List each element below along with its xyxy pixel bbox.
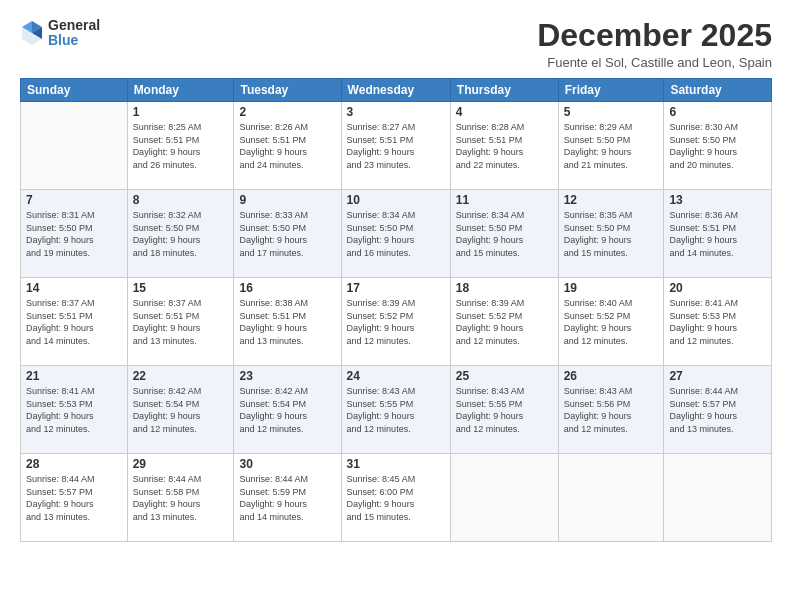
day-info: Sunrise: 8:33 AM Sunset: 5:50 PM Dayligh…	[239, 209, 335, 259]
day-info: Sunrise: 8:34 AM Sunset: 5:50 PM Dayligh…	[347, 209, 445, 259]
calendar-cell: 15Sunrise: 8:37 AM Sunset: 5:51 PM Dayli…	[127, 278, 234, 366]
calendar-cell: 25Sunrise: 8:43 AM Sunset: 5:55 PM Dayli…	[450, 366, 558, 454]
day-number: 5	[564, 105, 659, 119]
day-header-sunday: Sunday	[21, 79, 128, 102]
week-row-2: 7Sunrise: 8:31 AM Sunset: 5:50 PM Daylig…	[21, 190, 772, 278]
day-info: Sunrise: 8:41 AM Sunset: 5:53 PM Dayligh…	[26, 385, 122, 435]
header: General Blue December 2025 Fuente el Sol…	[20, 18, 772, 70]
calendar-cell: 28Sunrise: 8:44 AM Sunset: 5:57 PM Dayli…	[21, 454, 128, 542]
day-header-friday: Friday	[558, 79, 664, 102]
day-number: 10	[347, 193, 445, 207]
day-info: Sunrise: 8:42 AM Sunset: 5:54 PM Dayligh…	[239, 385, 335, 435]
day-header-saturday: Saturday	[664, 79, 772, 102]
day-info: Sunrise: 8:39 AM Sunset: 5:52 PM Dayligh…	[456, 297, 553, 347]
day-number: 4	[456, 105, 553, 119]
page: General Blue December 2025 Fuente el Sol…	[0, 0, 792, 612]
day-info: Sunrise: 8:45 AM Sunset: 6:00 PM Dayligh…	[347, 473, 445, 523]
calendar-cell: 8Sunrise: 8:32 AM Sunset: 5:50 PM Daylig…	[127, 190, 234, 278]
day-number: 11	[456, 193, 553, 207]
day-number: 27	[669, 369, 766, 383]
day-number: 7	[26, 193, 122, 207]
day-header-wednesday: Wednesday	[341, 79, 450, 102]
calendar-cell: 5Sunrise: 8:29 AM Sunset: 5:50 PM Daylig…	[558, 102, 664, 190]
calendar-cell: 11Sunrise: 8:34 AM Sunset: 5:50 PM Dayli…	[450, 190, 558, 278]
logo-blue: Blue	[48, 33, 100, 48]
calendar-cell: 24Sunrise: 8:43 AM Sunset: 5:55 PM Dayli…	[341, 366, 450, 454]
day-number: 28	[26, 457, 122, 471]
calendar-cell: 27Sunrise: 8:44 AM Sunset: 5:57 PM Dayli…	[664, 366, 772, 454]
day-header-monday: Monday	[127, 79, 234, 102]
day-number: 18	[456, 281, 553, 295]
day-number: 25	[456, 369, 553, 383]
calendar-cell: 26Sunrise: 8:43 AM Sunset: 5:56 PM Dayli…	[558, 366, 664, 454]
day-number: 24	[347, 369, 445, 383]
day-info: Sunrise: 8:25 AM Sunset: 5:51 PM Dayligh…	[133, 121, 229, 171]
calendar-cell: 21Sunrise: 8:41 AM Sunset: 5:53 PM Dayli…	[21, 366, 128, 454]
calendar-cell: 3Sunrise: 8:27 AM Sunset: 5:51 PM Daylig…	[341, 102, 450, 190]
day-info: Sunrise: 8:44 AM Sunset: 5:57 PM Dayligh…	[26, 473, 122, 523]
calendar-cell: 12Sunrise: 8:35 AM Sunset: 5:50 PM Dayli…	[558, 190, 664, 278]
day-info: Sunrise: 8:37 AM Sunset: 5:51 PM Dayligh…	[26, 297, 122, 347]
day-number: 22	[133, 369, 229, 383]
day-number: 29	[133, 457, 229, 471]
day-number: 31	[347, 457, 445, 471]
day-info: Sunrise: 8:43 AM Sunset: 5:55 PM Dayligh…	[456, 385, 553, 435]
day-header-tuesday: Tuesday	[234, 79, 341, 102]
calendar-cell: 9Sunrise: 8:33 AM Sunset: 5:50 PM Daylig…	[234, 190, 341, 278]
week-row-1: 1Sunrise: 8:25 AM Sunset: 5:51 PM Daylig…	[21, 102, 772, 190]
day-number: 14	[26, 281, 122, 295]
calendar-cell: 4Sunrise: 8:28 AM Sunset: 5:51 PM Daylig…	[450, 102, 558, 190]
calendar-cell: 14Sunrise: 8:37 AM Sunset: 5:51 PM Dayli…	[21, 278, 128, 366]
week-row-4: 21Sunrise: 8:41 AM Sunset: 5:53 PM Dayli…	[21, 366, 772, 454]
day-info: Sunrise: 8:28 AM Sunset: 5:51 PM Dayligh…	[456, 121, 553, 171]
day-number: 15	[133, 281, 229, 295]
calendar-cell: 7Sunrise: 8:31 AM Sunset: 5:50 PM Daylig…	[21, 190, 128, 278]
day-number: 26	[564, 369, 659, 383]
calendar-cell	[664, 454, 772, 542]
calendar-cell: 13Sunrise: 8:36 AM Sunset: 5:51 PM Dayli…	[664, 190, 772, 278]
day-number: 6	[669, 105, 766, 119]
calendar-cell: 1Sunrise: 8:25 AM Sunset: 5:51 PM Daylig…	[127, 102, 234, 190]
day-info: Sunrise: 8:39 AM Sunset: 5:52 PM Dayligh…	[347, 297, 445, 347]
calendar-cell: 10Sunrise: 8:34 AM Sunset: 5:50 PM Dayli…	[341, 190, 450, 278]
logo-text: General Blue	[48, 18, 100, 49]
day-number: 16	[239, 281, 335, 295]
day-info: Sunrise: 8:38 AM Sunset: 5:51 PM Dayligh…	[239, 297, 335, 347]
day-info: Sunrise: 8:31 AM Sunset: 5:50 PM Dayligh…	[26, 209, 122, 259]
calendar-cell: 19Sunrise: 8:40 AM Sunset: 5:52 PM Dayli…	[558, 278, 664, 366]
day-info: Sunrise: 8:36 AM Sunset: 5:51 PM Dayligh…	[669, 209, 766, 259]
calendar-cell: 29Sunrise: 8:44 AM Sunset: 5:58 PM Dayli…	[127, 454, 234, 542]
day-info: Sunrise: 8:32 AM Sunset: 5:50 PM Dayligh…	[133, 209, 229, 259]
calendar: SundayMondayTuesdayWednesdayThursdayFrid…	[20, 78, 772, 542]
day-number: 20	[669, 281, 766, 295]
day-number: 21	[26, 369, 122, 383]
calendar-cell: 16Sunrise: 8:38 AM Sunset: 5:51 PM Dayli…	[234, 278, 341, 366]
day-number: 12	[564, 193, 659, 207]
calendar-cell	[450, 454, 558, 542]
logo-general: General	[48, 18, 100, 33]
calendar-cell: 30Sunrise: 8:44 AM Sunset: 5:59 PM Dayli…	[234, 454, 341, 542]
day-info: Sunrise: 8:41 AM Sunset: 5:53 PM Dayligh…	[669, 297, 766, 347]
day-info: Sunrise: 8:30 AM Sunset: 5:50 PM Dayligh…	[669, 121, 766, 171]
calendar-cell: 20Sunrise: 8:41 AM Sunset: 5:53 PM Dayli…	[664, 278, 772, 366]
day-number: 1	[133, 105, 229, 119]
day-number: 8	[133, 193, 229, 207]
logo-icon	[20, 19, 44, 47]
day-info: Sunrise: 8:44 AM Sunset: 5:57 PM Dayligh…	[669, 385, 766, 435]
calendar-cell	[558, 454, 664, 542]
day-info: Sunrise: 8:40 AM Sunset: 5:52 PM Dayligh…	[564, 297, 659, 347]
day-number: 3	[347, 105, 445, 119]
week-row-3: 14Sunrise: 8:37 AM Sunset: 5:51 PM Dayli…	[21, 278, 772, 366]
day-info: Sunrise: 8:35 AM Sunset: 5:50 PM Dayligh…	[564, 209, 659, 259]
day-header-thursday: Thursday	[450, 79, 558, 102]
week-row-5: 28Sunrise: 8:44 AM Sunset: 5:57 PM Dayli…	[21, 454, 772, 542]
calendar-cell: 18Sunrise: 8:39 AM Sunset: 5:52 PM Dayli…	[450, 278, 558, 366]
calendar-cell: 23Sunrise: 8:42 AM Sunset: 5:54 PM Dayli…	[234, 366, 341, 454]
calendar-cell: 2Sunrise: 8:26 AM Sunset: 5:51 PM Daylig…	[234, 102, 341, 190]
header-row: SundayMondayTuesdayWednesdayThursdayFrid…	[21, 79, 772, 102]
calendar-header: SundayMondayTuesdayWednesdayThursdayFrid…	[21, 79, 772, 102]
day-number: 9	[239, 193, 335, 207]
location: Fuente el Sol, Castille and Leon, Spain	[537, 55, 772, 70]
day-info: Sunrise: 8:44 AM Sunset: 5:59 PM Dayligh…	[239, 473, 335, 523]
day-info: Sunrise: 8:37 AM Sunset: 5:51 PM Dayligh…	[133, 297, 229, 347]
